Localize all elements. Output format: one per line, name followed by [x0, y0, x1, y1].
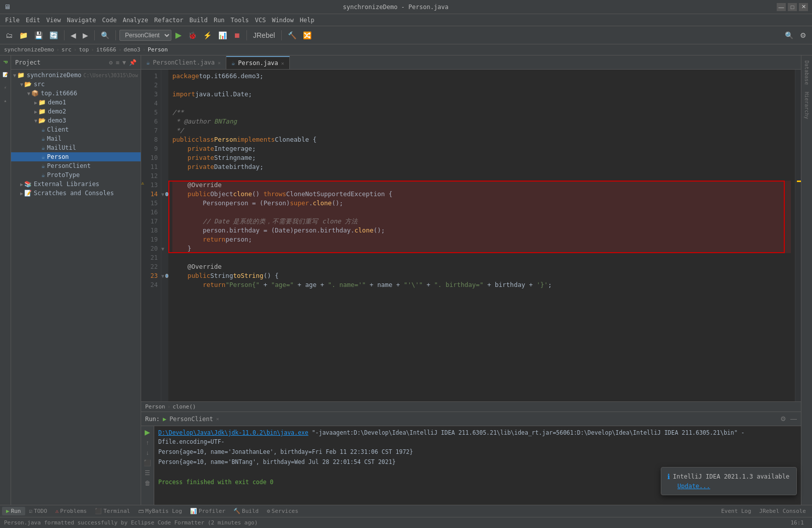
project-icon[interactable]: P — [1, 58, 10, 66]
tab-close-personclient[interactable]: ✕ — [218, 60, 221, 66]
tree-item-demo3[interactable]: ▼ 📂 demo3 — [11, 116, 141, 125]
tree-item-client[interactable]: ☕ Client — [11, 125, 141, 134]
debug-button[interactable]: 🐞 — [185, 30, 199, 41]
open-btn[interactable]: 📁 — [17, 30, 30, 41]
menu-help[interactable]: Help — [297, 16, 318, 25]
tree-item-src[interactable]: ▼ 📂 src — [11, 80, 141, 89]
run-with-coverage-btn[interactable]: ⚡ — [201, 30, 214, 41]
menu-view[interactable]: View — [43, 16, 64, 25]
menu-window[interactable]: Window — [269, 16, 296, 25]
fold-indicator-14[interactable]: ▼ — [161, 192, 164, 197]
tree-item-scratches[interactable]: ▶ 📝 Scratches and Consoles — [11, 189, 141, 198]
bc-person[interactable]: Person — [148, 46, 168, 53]
tree-item-personclient[interactable]: ☕ PersonClient — [11, 161, 141, 170]
menu-file[interactable]: File — [2, 16, 23, 25]
bc-demo3[interactable]: demo3 — [123, 46, 140, 53]
back-btn[interactable]: ◀ — [68, 30, 79, 41]
run-close-btn[interactable]: — — [790, 415, 797, 423]
bookmarks-icon[interactable]: ★ — [1, 96, 10, 105]
bottom-tab-profiler[interactable]: 📊 Profiler — [186, 507, 229, 515]
tab-personclient[interactable]: ☕ PersonClient.java ✕ — [141, 56, 226, 69]
wrap-btn[interactable]: ⬛ — [144, 459, 151, 466]
run-cmd-link[interactable]: D:\Develop\Java\Jdk\jdk-11.0.2\bin\java.… — [158, 429, 308, 436]
sync-btn[interactable]: 🔄 — [47, 30, 60, 41]
vcs-btn[interactable]: 🔀 — [300, 30, 314, 41]
scroll-up-btn[interactable]: ↑ — [146, 439, 149, 446]
tree-item-demo1[interactable]: ▶ 📁 demo1 — [11, 98, 141, 107]
bottom-tab-services[interactable]: ⚙ Services — [263, 507, 302, 515]
minimize-button[interactable]: — — [777, 3, 786, 11]
code-line-22: @Override — [172, 262, 791, 271]
menu-navigate[interactable]: Navigate — [64, 16, 99, 25]
nav-clone[interactable]: clone() — [172, 403, 196, 410]
menu-build[interactable]: Build — [186, 16, 211, 25]
tab-close-person[interactable]: ✕ — [281, 61, 284, 66]
filter-btn[interactable]: ☰ — [145, 470, 150, 477]
jrebel-btn[interactable]: JRebel — [251, 30, 278, 41]
editor-nav-path: Person › clone() — [141, 401, 801, 412]
tab-person[interactable]: ☕ Person.java ✕ — [226, 56, 290, 69]
run-again-btn[interactable]: ▶ — [145, 428, 150, 436]
menu-analyze[interactable]: Analyze — [119, 16, 151, 25]
maximize-button[interactable]: □ — [788, 3, 797, 11]
bottom-tab-build[interactable]: 🔨 Build — [229, 507, 263, 515]
database-tab[interactable]: Database — [804, 58, 809, 87]
hierarchy-tab[interactable]: Hierarchy — [804, 90, 809, 121]
gear-icon[interactable]: ⚙ — [109, 59, 112, 66]
tree-item-root[interactable]: ▼ 📁 synchronizeDemo C:\Users\30315\Dow — [11, 71, 141, 80]
tree-item-person[interactable]: ☕ Person — [11, 152, 141, 161]
bottom-tab-terminal[interactable]: ⬛ Terminal — [91, 507, 134, 515]
bottom-tab-run[interactable]: ▶ Run — [2, 507, 25, 515]
menu-code[interactable]: Code — [99, 16, 120, 25]
tree-item-prototype[interactable]: ☕ ProtoType — [11, 170, 141, 180]
close-button[interactable]: ✕ — [799, 3, 808, 11]
bc-src[interactable]: src — [61, 46, 72, 53]
tree-item-demo2[interactable]: ▶ 📁 demo2 — [11, 107, 141, 116]
build-project-btn[interactable]: 🔨 — [285, 30, 299, 41]
bc-it6666[interactable]: it6666 — [96, 46, 116, 53]
run-button[interactable]: ▶ — [173, 29, 184, 41]
search-btn[interactable]: 🔍 — [782, 30, 796, 41]
fold-indicator-20[interactable]: ▼ — [161, 246, 164, 252]
bottom-tab-mybatis[interactable]: 🗃 MyBatis Log — [134, 507, 186, 515]
stop-btn[interactable]: ⏹ — [231, 30, 243, 41]
bc-top[interactable]: top — [79, 46, 89, 53]
tree-item-external-libs[interactable]: ▶ 📚 External Libraries — [11, 180, 141, 189]
commit-icon[interactable]: 📝 — [1, 70, 10, 79]
main-layout: P 📝 ⚡ ★ Project ⚙ ≡ ▼ 📌 ▼ 📁 synchronizeD… — [0, 55, 812, 505]
event-log-link[interactable]: Event Log — [717, 508, 756, 514]
settings-btn[interactable]: ⚙ — [797, 30, 809, 41]
profile-btn[interactable]: 📊 — [216, 30, 229, 41]
new-project-btn[interactable]: 🗂 — [3, 30, 15, 41]
menu-run[interactable]: Run — [211, 16, 228, 25]
menu-refactor[interactable]: Refactor — [151, 16, 186, 25]
menu-tools[interactable]: Tools — [228, 16, 252, 25]
pin-icon[interactable]: 📌 — [129, 59, 137, 66]
bottom-tab-todo[interactable]: ☑ TODO — [25, 507, 51, 515]
notif-update-link[interactable]: Update... — [677, 483, 710, 490]
scroll-down-btn[interactable]: ↓ — [146, 449, 149, 456]
code-editor[interactable]: ⚠ 1 2 3 4 5 6 7 8 9 10 11 12 13 — [141, 70, 801, 401]
tree-item-mail[interactable]: ☕ Mail — [11, 134, 141, 143]
clear-btn[interactable]: 🗑 — [145, 480, 151, 487]
tree-item-package[interactable]: ▼ 📦 top.it6666 — [11, 89, 141, 98]
window-controls[interactable]: — □ ✕ — [777, 3, 808, 11]
bc-synchronizeDemo[interactable]: synchronizeDemo — [4, 46, 54, 53]
run-settings-btn[interactable]: ⚙ — [780, 415, 786, 423]
structure-icon[interactable]: ⚡ — [1, 83, 10, 92]
bottom-tab-problems[interactable]: ⚠ Problems — [51, 507, 91, 515]
nav-person[interactable]: Person — [145, 403, 165, 410]
menu-vcs[interactable]: VCS — [252, 16, 269, 25]
code-content[interactable]: package top.it6666.demo3; import java.ut… — [168, 70, 795, 401]
forward-btn[interactable]: ▶ — [80, 30, 91, 41]
filter-icon[interactable]: ▼ — [122, 59, 126, 66]
jrebel-console-link[interactable]: JRebel Console — [755, 508, 810, 514]
fold-indicator-23[interactable]: ▼ — [161, 273, 164, 279]
tree-item-mailutil[interactable]: ☕ MailUtil — [11, 143, 141, 152]
expand-icon[interactable]: ≡ — [116, 59, 119, 66]
run-tab-close[interactable]: ✕ — [216, 416, 219, 422]
run-config-dropdown[interactable]: PersonClient — [119, 30, 171, 41]
save-btn[interactable]: 💾 — [32, 30, 45, 41]
search-everywhere-btn[interactable]: 🔍 — [98, 30, 112, 41]
menu-edit[interactable]: Edit — [23, 16, 43, 25]
